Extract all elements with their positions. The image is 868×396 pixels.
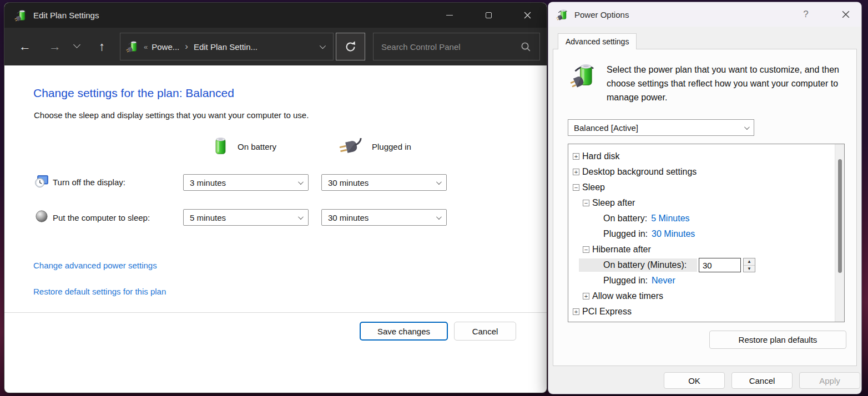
tree-item-allow-wake-timers[interactable]: + Allow wake timers bbox=[568, 288, 835, 304]
tree-item-label[interactable]: Allow wake timers bbox=[592, 291, 663, 301]
advanced-settings-page: Select the power plan that you want to c… bbox=[553, 49, 857, 366]
tree-item-hard-disk[interactable]: + Hard disk bbox=[568, 149, 835, 164]
refresh-button[interactable] bbox=[336, 33, 365, 60]
chevron-down-icon bbox=[744, 124, 750, 130]
power-options-icon bbox=[556, 8, 569, 21]
turn-off-display-label: Turn off the display: bbox=[53, 177, 125, 187]
close-icon bbox=[524, 12, 531, 19]
sleep-icon bbox=[34, 209, 49, 224]
spin-up-icon[interactable]: ▲ bbox=[744, 258, 755, 266]
dialog-close-button[interactable] bbox=[835, 2, 857, 27]
tree-item-value-link[interactable]: Never bbox=[652, 276, 675, 286]
maximize-icon bbox=[486, 12, 492, 18]
recent-pages-button[interactable] bbox=[74, 42, 79, 47]
left-titlebar: Edit Plan Settings bbox=[4, 3, 547, 28]
restore-default-settings-link[interactable]: Restore default settings for this plan bbox=[33, 287, 166, 296]
sleep-plugged-in-select[interactable]: 30 minutes bbox=[321, 209, 447, 226]
edit-plan-settings-window: Edit Plan Settings ← → ↑ « Powe... › Edi… bbox=[4, 3, 547, 393]
power-options-icon bbox=[14, 9, 28, 22]
tree-item-pci-express[interactable]: + PCI Express bbox=[568, 304, 835, 319]
minimize-button[interactable] bbox=[432, 3, 467, 28]
refresh-icon bbox=[344, 40, 357, 54]
column-plugged-in: Plugged in bbox=[372, 142, 411, 151]
save-changes-button[interactable]: Save changes bbox=[360, 322, 448, 341]
display-on-battery-select[interactable]: 3 minutes bbox=[183, 174, 309, 191]
tree-item-value-link[interactable]: 30 Minutes bbox=[652, 229, 695, 239]
chevron-down-icon bbox=[436, 214, 442, 220]
tree-item-desktop-background[interactable]: + Desktop background settings bbox=[568, 164, 835, 180]
dialog-description: Select the power plan that you want to c… bbox=[607, 63, 854, 104]
tree-item-sleep-on-battery: On battery: 5 Minutes bbox=[568, 211, 835, 226]
power-plan-select[interactable]: Balanced [Active] bbox=[568, 119, 754, 136]
sleep-on-battery-select[interactable]: 5 minutes bbox=[183, 209, 309, 226]
page-subtitle: Choose the sleep and display settings th… bbox=[34, 110, 309, 120]
scrollbar[interactable] bbox=[835, 144, 844, 322]
expand-icon[interactable]: + bbox=[583, 293, 589, 299]
divider bbox=[4, 312, 547, 313]
power-plan-value: Balanced [Active] bbox=[574, 123, 638, 133]
expand-icon[interactable]: + bbox=[573, 153, 579, 160]
breadcrumb-power-options[interactable]: Powe... bbox=[152, 42, 179, 52]
address-dropdown-icon[interactable] bbox=[320, 43, 326, 49]
hibernate-minutes-stepper[interactable]: ▲ ▼ bbox=[743, 258, 755, 272]
address-bar[interactable]: « Powe... › Edit Plan Settin... bbox=[120, 33, 334, 60]
chevron-down-icon bbox=[73, 41, 80, 48]
tree-item-value-link[interactable]: 5 Minutes bbox=[651, 214, 689, 224]
tree-item-label[interactable]: Desktop background settings bbox=[582, 167, 697, 177]
expand-icon[interactable]: + bbox=[573, 308, 579, 315]
tree-item-partial[interactable]: + bbox=[568, 319, 835, 322]
tree-item-label[interactable]: PCI Express bbox=[582, 307, 632, 317]
expand-icon[interactable]: + bbox=[573, 169, 579, 175]
tree-item-label: Plugged in: bbox=[603, 276, 648, 286]
dialog-cancel-button[interactable]: Cancel bbox=[731, 372, 793, 389]
display-plugged-in-select[interactable]: 30 minutes bbox=[321, 174, 447, 191]
cancel-button[interactable]: Cancel bbox=[454, 322, 516, 341]
display-plugged-in-value: 30 minutes bbox=[328, 178, 369, 187]
display-on-battery-value: 3 minutes bbox=[190, 178, 226, 187]
restore-plan-defaults-button[interactable]: Restore plan defaults bbox=[709, 331, 846, 349]
collapse-icon[interactable]: − bbox=[573, 184, 579, 191]
spin-down-icon[interactable]: ▼ bbox=[744, 266, 755, 272]
hibernate-minutes-input[interactable] bbox=[699, 258, 741, 272]
tree-item-label: On battery (Minutes): bbox=[603, 260, 687, 270]
up-button[interactable]: ↑ bbox=[99, 40, 105, 53]
settings-tree: + Hard disk + Desktop background setting… bbox=[568, 144, 845, 322]
collapse-icon[interactable]: − bbox=[583, 246, 589, 253]
ok-button[interactable]: OK bbox=[664, 372, 725, 389]
tree-item-sleep-plugged-in: Plugged in: 30 Minutes bbox=[568, 226, 835, 242]
search-icon bbox=[520, 41, 532, 53]
tree-item-label[interactable]: Sleep bbox=[582, 182, 605, 192]
display-clock-icon bbox=[34, 174, 49, 189]
power-options-dialog: Power Options ? Advanced settings Select… bbox=[548, 2, 861, 394]
search-input[interactable]: Search Control Panel bbox=[373, 33, 540, 60]
caption-buttons bbox=[432, 3, 545, 28]
close-icon bbox=[842, 11, 850, 18]
collapse-icon[interactable]: − bbox=[583, 200, 589, 206]
tab-advanced-settings[interactable]: Advanced settings bbox=[558, 33, 637, 49]
change-advanced-power-settings-link[interactable]: Change advanced power settings bbox=[33, 261, 157, 270]
tree-item-label[interactable]: Sleep after bbox=[592, 198, 635, 208]
close-button[interactable] bbox=[509, 3, 545, 28]
sleep-plugged-in-value: 30 minutes bbox=[328, 213, 369, 222]
breadcrumb-separator-icon[interactable]: › bbox=[185, 41, 188, 52]
back-button[interactable]: ← bbox=[19, 40, 31, 53]
dialog-title: Power Options bbox=[574, 10, 629, 19]
window-title: Edit Plan Settings bbox=[33, 11, 99, 20]
column-on-battery: On battery bbox=[238, 142, 276, 151]
breadcrumb-overflow-icon[interactable]: « bbox=[144, 43, 148, 51]
tree-item-label[interactable]: Hard disk bbox=[582, 151, 620, 161]
chevron-down-icon bbox=[298, 214, 304, 220]
chevron-down-icon bbox=[436, 179, 442, 185]
tree-item-sleep[interactable]: − Sleep bbox=[568, 180, 835, 195]
help-button[interactable]: ? bbox=[795, 2, 817, 27]
tree-item-hibernate-after[interactable]: − Hibernate after bbox=[568, 242, 835, 257]
forward-button[interactable]: → bbox=[49, 40, 61, 53]
tree-item-sleep-after[interactable]: − Sleep after bbox=[568, 195, 835, 211]
scrollbar-thumb[interactable] bbox=[838, 159, 842, 273]
tree-item-label[interactable]: Hibernate after bbox=[592, 245, 651, 255]
tree-item-label: Plugged in: bbox=[603, 229, 648, 239]
breadcrumb-edit-plan-settings[interactable]: Edit Plan Settin... bbox=[194, 42, 258, 52]
apply-button[interactable]: Apply bbox=[799, 372, 860, 389]
power-options-icon bbox=[126, 40, 139, 53]
maximize-button[interactable] bbox=[471, 3, 506, 28]
